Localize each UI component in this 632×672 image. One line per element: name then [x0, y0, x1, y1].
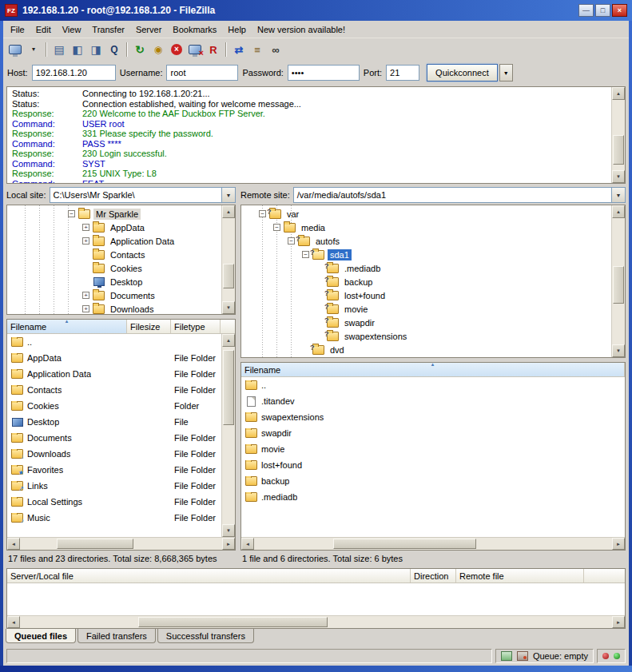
password-input[interactable] — [288, 65, 360, 81]
scroll-track[interactable] — [222, 218, 235, 301]
remote-site-combobox[interactable]: /var/media/autofs/sda1 ▼ — [293, 187, 626, 203]
scroll-down-button[interactable]: ▼ — [222, 301, 235, 314]
scroll-track[interactable] — [612, 100, 625, 170]
scroll-left-button[interactable]: ◄ — [7, 538, 20, 550]
tab-failed-transfers[interactable]: Failed transfers — [78, 629, 156, 643]
menu-item-bookmarks[interactable]: Bookmarks — [167, 22, 222, 37]
scroll-left-button[interactable]: ◄ — [7, 616, 20, 628]
file-row-favorites[interactable]: ★FavoritesFile Folder — [7, 462, 221, 478]
tab-successful-transfers[interactable]: Successful transfers — [157, 629, 254, 643]
tree-item-var[interactable]: −?var — [241, 207, 611, 221]
local-list-hscrollbar[interactable]: ◄► — [7, 537, 235, 550]
scroll-track[interactable] — [20, 538, 222, 550]
expand-icon[interactable]: + — [82, 237, 89, 245]
scroll-thumb[interactable] — [223, 264, 234, 288]
file-row-downloads[interactable]: ↓DownloadsFile Folder — [7, 446, 221, 462]
column-header-filename[interactable]: Filename▲ — [241, 363, 625, 376]
host-input[interactable] — [32, 65, 116, 81]
tree-item-desktop[interactable]: Desktop — [7, 275, 221, 288]
scroll-left-button[interactable]: ◄ — [241, 538, 254, 550]
menu-item-view[interactable]: View — [57, 22, 87, 37]
file-row-swapextensions[interactable]: swapextensions — [241, 409, 625, 425]
scroll-thumb[interactable] — [613, 135, 624, 165]
expand-icon[interactable]: + — [82, 224, 89, 231]
scroll-right-button[interactable]: ► — [222, 538, 235, 550]
tree-item-mr-sparkle[interactable]: −Mr Sparkle — [7, 207, 221, 221]
column-header-server-local-file[interactable]: Server/Local file — [7, 569, 411, 583]
maximize-button[interactable]: □ — [595, 4, 610, 17]
data-usage-icon[interactable] — [517, 651, 528, 661]
scroll-thumb[interactable] — [613, 266, 624, 304]
file-row-local-settings[interactable]: Local SettingsFile Folder — [7, 494, 221, 510]
tree-item-appdata[interactable]: +AppData — [7, 221, 221, 234]
menu-item-transfer[interactable]: Transfer — [86, 22, 130, 37]
toggle-message-log-button[interactable]: ▤ — [50, 41, 68, 58]
site-manager-dropdown-button[interactable]: ▾ — [25, 41, 42, 58]
column-header-direction[interactable]: Direction — [411, 569, 456, 583]
local-list-scrollbar[interactable]: ▲▼ — [221, 334, 235, 537]
menu-item-new-version-available[interactable]: New version available! — [252, 22, 351, 37]
log-scrollbar[interactable]: ▲▼ — [611, 87, 625, 183]
remote-tree-scrollbar[interactable]: ▲▼ — [611, 205, 625, 357]
find-files-button[interactable]: ∞ — [267, 41, 284, 58]
tree-item-sda1[interactable]: −?sda1 — [241, 248, 611, 261]
collapse-icon[interactable]: − — [259, 210, 266, 217]
scroll-track[interactable] — [254, 538, 612, 550]
scroll-thumb[interactable] — [57, 539, 133, 549]
minimize-button[interactable]: — — [578, 4, 594, 17]
username-input[interactable] — [166, 65, 238, 81]
queue-hscrollbar[interactable]: ◄► — [7, 615, 625, 628]
collapse-icon[interactable]: − — [68, 210, 75, 217]
reconnect-button[interactable]: R — [205, 41, 222, 58]
scroll-up-button[interactable]: ▲ — [612, 205, 625, 218]
scroll-up-button[interactable]: ▲ — [222, 205, 235, 218]
file-row-contacts[interactable]: ContactsFile Folder — [7, 382, 221, 398]
collapse-icon[interactable]: − — [288, 237, 295, 245]
tree-item-contacts[interactable]: Contacts — [7, 248, 221, 261]
file-row-mediadb[interactable]: .mediadb — [241, 489, 625, 505]
file-row-swapdir[interactable]: swapdir — [241, 425, 625, 441]
scroll-thumb[interactable] — [138, 617, 328, 627]
tree-item-dvd[interactable]: ?dvd — [241, 343, 611, 356]
menu-item-edit[interactable]: Edit — [30, 22, 57, 37]
tab-queued-files[interactable]: Queued files — [6, 629, 76, 643]
quickconnect-dropdown-button[interactable]: ▼ — [499, 64, 513, 82]
file-row-documents[interactable]: DocumentsFile Folder — [7, 430, 221, 446]
tree-item-downloads[interactable]: +Downloads — [7, 302, 221, 314]
port-input[interactable] — [386, 65, 419, 81]
synchronized-browsing-button[interactable]: ⇄ — [230, 41, 248, 58]
toggle-transfer-queue-button[interactable]: Q — [105, 41, 123, 58]
expand-icon[interactable]: + — [82, 292, 89, 299]
file-row-titandev[interactable]: .titandev — [241, 393, 625, 409]
scroll-up-button[interactable]: ▲ — [222, 334, 235, 347]
column-header-filename[interactable]: Filename▲ — [7, 320, 127, 333]
local-site-dropdown-icon[interactable]: ▼ — [221, 188, 235, 202]
file-row-item[interactable]: .. — [241, 377, 625, 393]
scroll-down-button[interactable]: ▼ — [612, 170, 625, 183]
column-header-filetype[interactable]: Filetype — [171, 320, 221, 333]
collapse-icon[interactable]: − — [302, 251, 309, 258]
menu-item-file[interactable]: File — [5, 22, 30, 37]
speed-limit-icon[interactable] — [501, 651, 512, 661]
expand-icon[interactable]: + — [82, 305, 89, 312]
remote-site-dropdown-icon[interactable]: ▼ — [611, 188, 625, 202]
menu-item-server[interactable]: Server — [130, 22, 167, 37]
file-row-backup[interactable]: backup — [241, 473, 625, 489]
directory-comparison-button[interactable]: ≡ — [248, 41, 266, 58]
file-row-desktop[interactable]: DesktopFile — [7, 414, 221, 430]
tree-item-swapextensions[interactable]: ?swapextensions — [241, 329, 611, 343]
file-row-item[interactable]: .. — [7, 334, 221, 350]
tree-item-application-data[interactable]: +Application Data — [7, 234, 221, 248]
local-tree-scrollbar[interactable]: ▲▼ — [221, 205, 235, 314]
collapse-icon[interactable]: − — [273, 224, 280, 231]
quickconnect-button[interactable]: Quickconnect — [427, 64, 498, 82]
scroll-thumb[interactable] — [223, 350, 234, 424]
remote-list-hscrollbar[interactable]: ◄► — [241, 537, 625, 550]
file-row-cookies[interactable]: CookiesFolder — [7, 398, 221, 414]
tree-item-media[interactable]: −media — [241, 221, 611, 234]
disconnect-button[interactable] — [186, 41, 204, 58]
menu-item-help[interactable]: Help — [222, 22, 252, 37]
tree-item-movie[interactable]: ?movie — [241, 302, 611, 316]
tree-item-mediadb[interactable]: ?.mediadb — [241, 261, 611, 275]
refresh-button[interactable]: ↻ — [131, 41, 149, 58]
